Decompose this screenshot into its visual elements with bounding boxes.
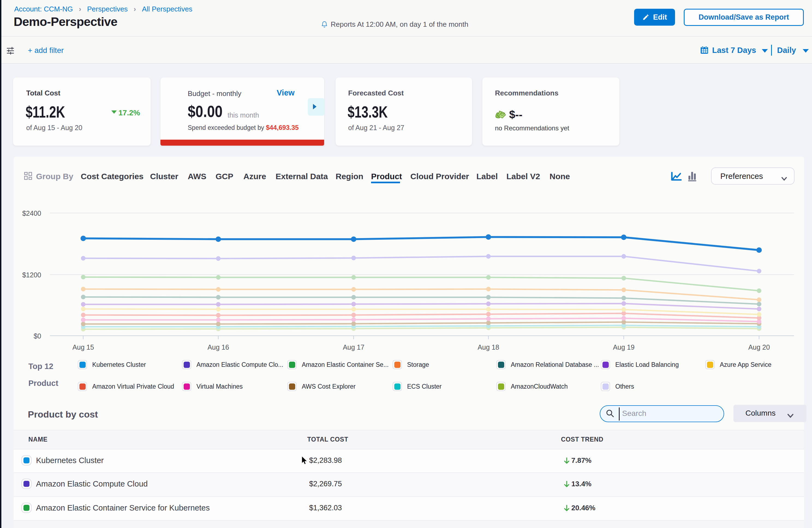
svg-text:Aug 20: Aug 20 [748,343,770,351]
svg-text:$1200: $1200 [22,271,41,279]
svg-text:$2400: $2400 [22,209,41,217]
svg-text:Aug 16: Aug 16 [207,343,229,351]
svg-text:Aug 18: Aug 18 [478,343,499,351]
svg-text:Aug 19: Aug 19 [613,343,634,351]
svg-text:$0: $0 [33,332,41,340]
svg-text:Aug 15: Aug 15 [72,343,94,351]
svg-text:Aug 17: Aug 17 [343,343,364,351]
